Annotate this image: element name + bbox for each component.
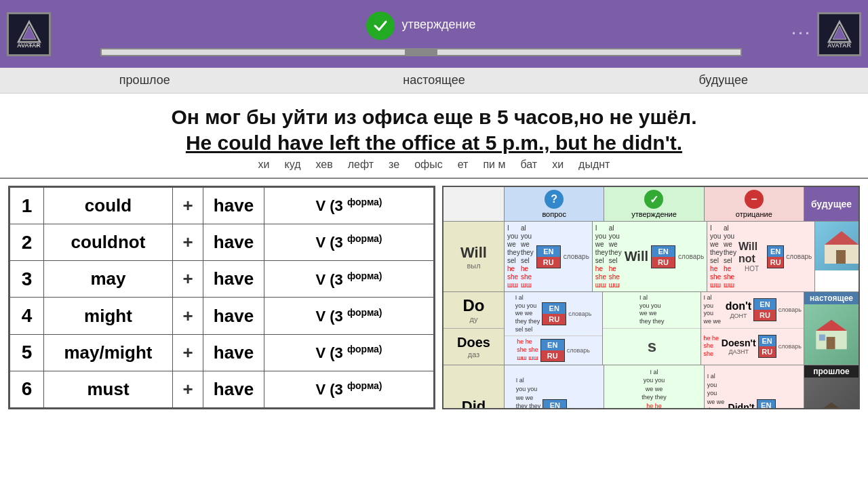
form-2: V (3 форма)	[264, 224, 434, 261]
s-label: s	[648, 337, 656, 356]
do-n-cell: I alyou youwe we don't ДОНТ EN RU словар…	[701, 292, 804, 365]
table-row: 6 must + have V (3 форма)	[10, 371, 434, 407]
did-s-cell: I alyou youwe wethey theyhe heshe she 2 …	[604, 365, 704, 410]
will-s-en-ru[interactable]: EN RU	[651, 245, 675, 268]
svg-rect-11	[819, 335, 825, 341]
have-5: have	[203, 334, 264, 371]
avatar-text-left: AVATAR	[17, 42, 41, 49]
have-1: have	[203, 188, 264, 224]
nastoyaschee-label: настоящее	[804, 292, 859, 304]
will-not-word: Will not	[738, 241, 765, 265]
will-not-2: НОТ	[745, 265, 759, 272]
tr-4: лефт	[348, 159, 374, 171]
right-grammar-table: ? вопрос ✓ утверждение − отрицание будущ…	[442, 186, 860, 409]
dont-en-ru[interactable]: EN RU	[753, 298, 776, 321]
will-word: Will	[460, 244, 487, 262]
plus-5: +	[173, 334, 203, 371]
do-trans: ду	[470, 315, 478, 323]
tr-9: бат	[520, 159, 537, 171]
will-label-cell: Will выл	[443, 222, 505, 291]
didnt-en-ru[interactable]: EN RU	[757, 399, 776, 409]
do-word: Do	[463, 296, 485, 315]
utverzdenie-label: утверждение	[401, 18, 475, 32]
left-grammar-table: 1 could + have V (3 форма) 2 couldnot + …	[8, 186, 435, 409]
modal-word-5: may/might	[44, 334, 173, 371]
avatar-logo-right[interactable]: AVATAR	[817, 12, 861, 56]
table-row: 4 might + have V (3 форма)	[10, 298, 434, 334]
row-num-1: 1	[10, 188, 44, 224]
svg-rect-10	[827, 337, 835, 349]
form-5: V (3 форма)	[264, 334, 434, 371]
svg-marker-9	[816, 320, 846, 331]
tr-2: куд	[285, 159, 301, 171]
did-q-en-ru[interactable]: EN RU	[542, 399, 567, 409]
timeline-present: настоящее	[290, 73, 579, 87]
plus-6: +	[173, 371, 203, 407]
will-n-cell: Ialyouyouwewetheytheyselselheheshesheшшш…	[707, 222, 815, 291]
svg-marker-6	[825, 231, 859, 245]
row-num-4: 4	[10, 298, 44, 334]
plus-2: +	[173, 224, 203, 261]
tr-10: хи	[552, 159, 564, 171]
dots-menu-icon[interactable]: ⋮	[791, 24, 810, 44]
doesnt-en-ru[interactable]: EN RU	[758, 335, 776, 358]
will-s-word: Will	[625, 249, 648, 264]
modal-word-4: might	[44, 298, 173, 334]
main-content: 1 could + have V (3 форма) 2 couldnot + …	[0, 179, 868, 416]
avatar-text-right: AVATAR	[827, 42, 851, 49]
does-trans: даз	[468, 350, 479, 359]
check-sm-icon: ✓	[644, 190, 663, 209]
proshloe-label: прошлое	[804, 365, 859, 378]
do-present-img: настоящее	[804, 292, 859, 365]
header-center: утверждение	[64, 12, 778, 56]
timeline-future: будущее	[578, 73, 868, 87]
form-3: V (3 форма)	[264, 261, 434, 298]
does-q-en-ru[interactable]: EN RU	[540, 339, 565, 362]
timeline-past: прошлое	[0, 73, 290, 87]
table-row: 3 may + have V (3 форма)	[10, 261, 434, 298]
have-6: have	[203, 371, 264, 407]
tr-7: ет	[458, 159, 469, 171]
modal-word-2: couldnot	[44, 224, 173, 261]
will-q-cell: Ialyouyouwewetheytheyselselheheshesheшшш…	[505, 222, 593, 291]
question-icon: ?	[545, 190, 564, 209]
row-num-2: 2	[10, 224, 44, 261]
will-n-en-ru[interactable]: EN RU	[767, 245, 784, 268]
dont-trans: ДОНТ	[730, 312, 747, 319]
did-past-img: прошлое	[804, 365, 859, 410]
tr-1: хи	[258, 159, 270, 171]
col-header-question: ? вопрос	[505, 187, 604, 221]
svg-marker-1	[22, 26, 36, 39]
will-q-en-ru[interactable]: EN RU	[536, 245, 561, 268]
did-word: Did	[462, 398, 486, 409]
tr-5: зе	[389, 159, 399, 171]
tr-11: дыднт	[578, 159, 610, 171]
tr-3: хев	[316, 159, 333, 171]
do-q-en-ru[interactable]: EN RU	[542, 302, 566, 325]
will-s-cell: Ialyouyouwewetheytheyselselheheshesheшшш…	[593, 222, 707, 291]
do-q-cell: I alyou youwe wethey theysel sel EN RU с…	[505, 292, 603, 365]
avatar-logo-left[interactable]: AVATAR AVATAR	[7, 12, 51, 56]
col-q-label: вопрос	[507, 210, 601, 218]
tr-6: офыс	[414, 159, 443, 171]
will-s-slovar: словарь	[678, 253, 704, 260]
will-n-slovar: словарь	[786, 253, 812, 260]
do-s-cell: I alyou youwe wethey they s	[603, 292, 701, 365]
did-n-cell: I alyou youwe wethey theyhe heshe she Di…	[705, 365, 804, 410]
sentence-english: He could have left the office at 5 p.m.,…	[14, 131, 854, 155]
check-circle	[366, 12, 395, 40]
row-num-5: 5	[10, 334, 44, 371]
header-right: ⋮ AVATAR	[791, 12, 861, 56]
did-label-cell: Did дыд	[443, 365, 505, 410]
doesnt-trans: ДАЗНТ	[728, 348, 748, 355]
have-2: have	[203, 224, 264, 261]
plus-3: +	[173, 261, 203, 298]
col-header-statement: ✓ утверждение	[604, 187, 704, 221]
progress-bar	[100, 48, 743, 56]
timeline-bar: прошлое настоящее будущее	[0, 68, 868, 94]
will-future-img	[815, 222, 860, 291]
didnt-word: Didn't	[728, 402, 755, 409]
does-word: Does	[457, 335, 490, 350]
sentence-section: Он мог бы уйти из офиса еще в 5 часов,но…	[0, 94, 868, 179]
col-n-label: отрицание	[707, 210, 801, 218]
